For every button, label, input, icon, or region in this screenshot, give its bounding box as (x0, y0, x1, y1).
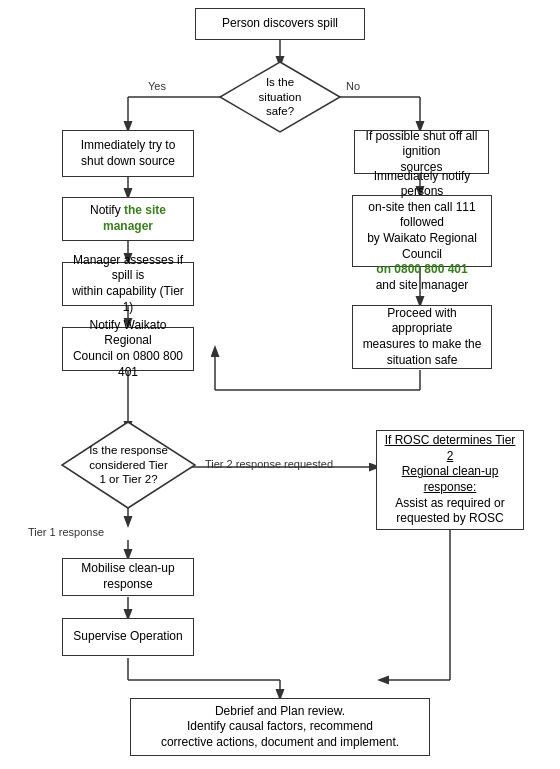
tier2-label: Tier 2 response requested (205, 458, 333, 470)
notify-waikato-box: Notify Waikato RegionalCouncil on 0800 8… (62, 327, 194, 371)
debrief-box: Debrief and Plan review.Identify causal … (130, 698, 430, 756)
ignition-box: If possible shut off all ignitionsources (354, 130, 489, 174)
person-discovers-box: Person discovers spill (195, 8, 365, 40)
notify-site-manager-box: Notify the site manager (62, 197, 194, 241)
rosc-box: If ROSC determines Tier 2Regional clean-… (376, 430, 524, 530)
manager-assesses-box: Manager assesses if spill iswithin capab… (62, 262, 194, 306)
mobilise-box: Mobilise clean-up response (62, 558, 194, 596)
notify-persons-box: Immediately notify personson-site then c… (352, 195, 492, 267)
flowchart: Person discovers spill Is thesituationsa… (0, 0, 560, 769)
situation-safe-diamond: Is thesituationsafe? (218, 60, 342, 134)
supervise-box: Supervise Operation (62, 618, 194, 656)
yes-label: Yes (148, 80, 166, 92)
shut-down-source-box: Immediately try toshut down source (62, 130, 194, 177)
no-label: No (346, 80, 360, 92)
proceed-measures-box: Proceed with appropriatemeasures to make… (352, 305, 492, 369)
tier1-label: Tier 1 response (28, 526, 104, 538)
tier-diamond: Is the responseconsidered Tier1 or Tier … (60, 420, 197, 510)
